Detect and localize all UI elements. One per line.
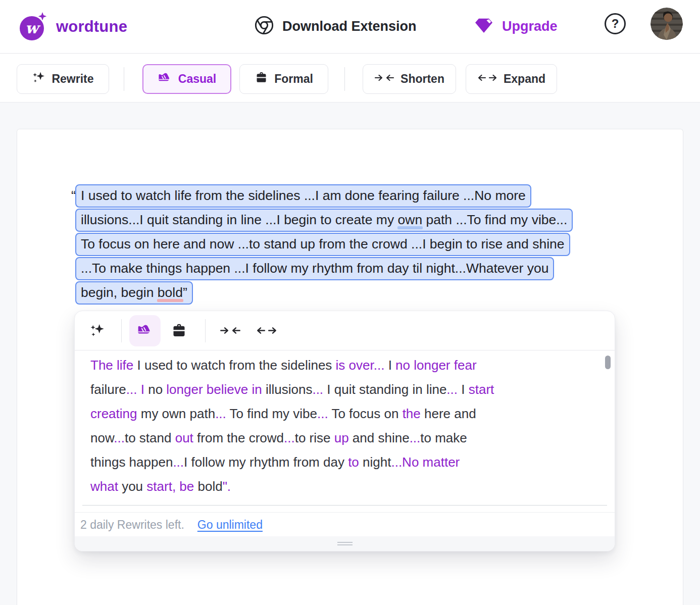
popup-text-segment: the	[403, 406, 424, 421]
popup-text-segment: ... I	[126, 382, 148, 397]
popup-rewrite-button[interactable]	[88, 322, 106, 340]
popup-text-segment: illusions	[266, 382, 313, 397]
toolbar-divider	[344, 67, 345, 91]
popup-text-segment: to rise	[295, 430, 334, 445]
casual-button[interactable]: Casual	[142, 64, 231, 94]
shorten-icon	[374, 72, 394, 87]
popup-text-segment: no	[148, 382, 166, 397]
chrome-icon	[254, 15, 274, 37]
popup-text-segment: what	[90, 479, 122, 494]
popup-text-segment: To find my vibe	[230, 406, 317, 421]
popup-line: failure... I no longer believe in illusi…	[90, 382, 601, 406]
expand-icon	[256, 324, 277, 339]
gem-icon	[474, 15, 494, 37]
wordtune-logo-icon: w	[18, 11, 49, 42]
shorten-button[interactable]: Shorten	[363, 64, 456, 94]
popup-text-segment: start, be	[146, 479, 197, 494]
sneaker-icon	[158, 70, 172, 88]
selected-text-block[interactable]: “I used to watch life from the sidelines…	[75, 185, 573, 307]
popup-toolbar	[75, 311, 615, 350]
formal-label: Formal	[274, 72, 313, 86]
user-avatar[interactable]	[651, 8, 683, 40]
briefcase-icon	[171, 322, 187, 341]
popup-text-segment: failure	[90, 382, 126, 397]
content-divider	[82, 505, 607, 506]
popup-text-segment: To focus on	[331, 406, 402, 421]
popup-text-segment: start	[469, 382, 494, 397]
upgrade-button[interactable]: Upgrade	[474, 15, 558, 37]
selection-highlight: “I used to watch life from the sidelines…	[75, 184, 531, 208]
doc-text-segment: ...To make things happen ...I follow my …	[81, 261, 548, 276]
popup-line: now...to stand out from the crowd...to r…	[90, 430, 601, 455]
popup-line: what you start, be bold".	[90, 479, 601, 503]
go-unlimited-link[interactable]: Go unlimited	[197, 518, 263, 532]
suggestion-underlined-word: own	[398, 212, 423, 227]
doc-text-segment: path ...To find my vibe...	[422, 212, 567, 227]
doc-text-segment: illusions...I quit standing in line ...I…	[81, 212, 398, 227]
popup-casual-button[interactable]	[129, 315, 161, 346]
popup-text-segment: ...	[114, 430, 125, 445]
expand-button[interactable]: Expand	[466, 64, 557, 94]
popup-text-segment: now	[90, 430, 114, 445]
popup-footer: 2 daily Rewrites left. Go unlimited	[75, 512, 615, 537]
popup-line: things happen...I follow my rhythm from …	[90, 455, 601, 479]
question-icon: ?	[612, 17, 619, 31]
popup-text-segment: ...	[173, 455, 184, 470]
formal-button[interactable]: Formal	[239, 64, 328, 94]
popup-text-segment: ".	[223, 479, 231, 494]
popup-text-segment: creating	[90, 406, 141, 421]
popup-text-segment: from the crowd	[197, 430, 284, 445]
doc-line: begin, begin bold”	[75, 282, 573, 307]
popup-text-segment: bold	[197, 479, 222, 494]
popup-text-segment: I	[461, 382, 468, 397]
popup-text-segment: and shine	[353, 430, 410, 445]
popup-formal-button[interactable]	[170, 322, 188, 340]
popup-toolbar-divider	[205, 319, 206, 342]
doc-line: To focus on here and now ...to stand up …	[75, 234, 573, 258]
suggestion-text[interactable]: The life I used to watch from the sideli…	[90, 358, 601, 503]
sneaker-icon	[137, 322, 153, 340]
popup-text-segment: you	[122, 479, 146, 494]
doc-line: “I used to watch life from the sidelines…	[75, 185, 573, 210]
briefcase-icon	[255, 71, 268, 87]
doc-line: ...To make things happen ...I follow my …	[75, 258, 573, 282]
rewrite-label: Rewrite	[52, 72, 93, 86]
popup-text-segment: ...	[284, 430, 295, 445]
popup-text-segment: is over...	[336, 358, 388, 373]
rewrites-left-label: 2 daily Rewrites left.	[80, 518, 184, 532]
sparkles-icon	[32, 71, 45, 87]
upgrade-label: Upgrade	[502, 19, 558, 34]
popup-shorten-button[interactable]	[219, 322, 241, 340]
selection-highlight: ...To make things happen ...I follow my …	[75, 257, 554, 280]
doc-text-segment: I used to watch life from the sidelines …	[81, 188, 526, 203]
help-button[interactable]: ?	[605, 13, 626, 34]
doc-text-segment: To focus on here and now ...to stand up …	[81, 236, 565, 251]
drag-handle[interactable]	[337, 542, 353, 545]
scrollbar-thumb[interactable]	[605, 356, 611, 369]
download-extension-button[interactable]: Download Extension	[254, 15, 417, 37]
opening-quote: “	[71, 187, 76, 204]
popup-text-segment: to stand	[125, 430, 175, 445]
popup-line: The life I used to watch from the sideli…	[90, 358, 601, 382]
rewrite-toolbar: Rewrite Casual Formal Sh	[0, 54, 700, 103]
popup-text-segment: my own path	[141, 406, 215, 421]
popup-text-segment: I follow my rhythm from day	[184, 455, 348, 470]
popup-text-segment: ...	[410, 430, 421, 445]
casual-label: Casual	[178, 72, 216, 86]
popup-text-segment: ...	[446, 382, 461, 397]
popup-text-segment: ...	[215, 406, 229, 421]
suggestion-underlined-word: bold	[158, 285, 183, 300]
popup-text-segment: longer believe in	[166, 382, 266, 397]
wordtune-logo[interactable]: w wordtune	[18, 11, 127, 42]
popup-expand-button[interactable]	[256, 322, 278, 340]
doc-line: illusions...I quit standing in line ...I…	[75, 210, 573, 234]
popup-text-segment: no longer fear	[395, 358, 476, 373]
popup-resize-area	[75, 536, 615, 551]
rewrite-button[interactable]: Rewrite	[17, 64, 109, 94]
sparkles-icon	[89, 323, 105, 340]
shorten-label: Shorten	[401, 72, 444, 86]
popup-text-segment: I	[388, 358, 395, 373]
popup-line: creating my own path... To find my vibe.…	[90, 406, 601, 430]
brand-name: wordtune	[56, 18, 127, 36]
rewrite-popup: The life I used to watch from the sideli…	[74, 311, 615, 551]
